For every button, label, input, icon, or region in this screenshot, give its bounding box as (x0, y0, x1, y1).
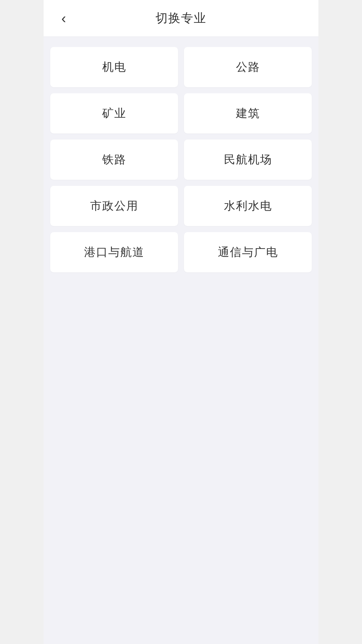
grid-item-gonglu[interactable]: 公路 (184, 47, 312, 87)
grid-item-label-shuili: 水利水电 (224, 198, 272, 214)
grid-item-label-minhang: 民航机场 (224, 152, 272, 167)
grid-item-label-gangkou: 港口与航道 (84, 245, 144, 260)
app-container: ‹ 切换专业 机电公路矿业建筑铁路民航机场市政公用水利水电港口与航道通信与广电 (44, 0, 318, 644)
grid-item-label-kuangye: 矿业 (102, 106, 126, 121)
grid-item-kuangye[interactable]: 矿业 (50, 93, 178, 133)
grid-item-label-tongxin: 通信与广电 (218, 245, 278, 260)
grid-item-tongxin[interactable]: 通信与广电 (184, 232, 312, 272)
grid-item-shuili[interactable]: 水利水电 (184, 186, 312, 226)
grid-item-jidian[interactable]: 机电 (50, 47, 178, 87)
back-button[interactable]: ‹ (54, 8, 74, 29)
grid-item-jianzhu[interactable]: 建筑 (184, 93, 312, 133)
grid-item-gangkou[interactable]: 港口与航道 (50, 232, 178, 272)
grid-item-minhang[interactable]: 民航机场 (184, 140, 312, 180)
content: 机电公路矿业建筑铁路民航机场市政公用水利水电港口与航道通信与广电 (44, 37, 318, 282)
grid-item-label-tielu: 铁路 (102, 152, 126, 167)
page-title: 切换专业 (156, 10, 206, 26)
grid-item-label-gonglu: 公路 (236, 59, 260, 75)
grid-item-label-jidian: 机电 (102, 59, 126, 75)
back-icon: ‹ (61, 10, 66, 26)
specialty-grid: 机电公路矿业建筑铁路民航机场市政公用水利水电港口与航道通信与广电 (50, 47, 312, 272)
grid-item-shizheng[interactable]: 市政公用 (50, 186, 178, 226)
grid-item-label-shizheng: 市政公用 (90, 198, 138, 214)
grid-item-label-jianzhu: 建筑 (236, 106, 260, 121)
grid-item-tielu[interactable]: 铁路 (50, 140, 178, 180)
header: ‹ 切换专业 (44, 0, 318, 37)
